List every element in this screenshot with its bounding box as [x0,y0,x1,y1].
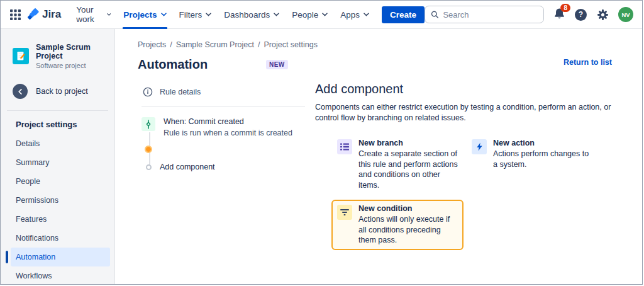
card-title: New action [493,139,592,147]
create-button[interactable]: Create [382,6,425,23]
filter-icon [337,205,352,220]
component-insert-radio[interactable] [145,146,152,153]
chevron-down-icon [206,13,211,16]
new-branch-card[interactable]: New branch Create a separate section of … [331,134,464,195]
jira-logo[interactable]: Jira [26,8,61,21]
back-arrow-icon [13,84,28,99]
trigger-description: Rule is run when a commit is created [164,129,292,137]
jira-logo-icon [26,8,40,21]
chevron-down-icon [107,13,111,16]
nav-item-filters[interactable]: Filters [173,1,218,29]
nav-item-apps[interactable]: Apps [334,1,375,29]
project-sidebar: Sample Scrum Project Software project Ba… [1,29,115,284]
rule-builder-column: Rule details When: Commit created Rule i… [138,82,315,250]
trigger-text-block: When: Commit created Rule is run when a … [164,117,292,137]
sidebar-item-people[interactable]: People [11,172,110,191]
card-text-block: New action Actions perform changes to a … [493,139,592,169]
rule-details-label: Rule details [160,88,201,96]
project-avatar-icon [13,48,29,64]
search-input[interactable] [443,10,538,20]
return-to-list-link[interactable]: Return to list [564,58,612,67]
sidebar-item-permissions[interactable]: Permissions [11,191,110,210]
new-condition-card[interactable]: New condition Actions will only execute … [331,200,464,250]
card-description: Actions will only execute if all conditi… [358,214,458,246]
notification-count-badge: 8 [560,4,570,12]
back-to-project-label: Back to project [36,87,88,96]
add-component-heading: Add component [315,82,632,96]
card-text-block: New branch Create a separate section of … [358,139,458,190]
breadcrumb-project-settings[interactable]: Project settings [264,40,317,49]
breadcrumb-project[interactable]: Sample Scrum Project [176,40,254,49]
search-box[interactable] [425,6,544,23]
project-settings-nav: Details Summary People Permissions Featu… [1,134,114,285]
add-component-description: Components can either restrict execution… [315,102,632,123]
commit-trigger-icon [142,117,155,131]
project-type: Software project [36,62,107,69]
app-switcher-icon[interactable] [7,6,24,23]
trigger-step[interactable]: When: Commit created Rule is run when a … [142,117,315,137]
add-component-panel: Add component Components can either rest… [315,82,642,250]
sidebar-item-summary[interactable]: Summary [11,153,110,172]
nav-item-label: People [292,10,318,20]
chevron-down-icon [161,13,167,16]
nav-item-label: Filters [179,10,203,20]
breadcrumb-separator: / [258,40,260,49]
branch-list-icon [337,139,352,154]
breadcrumb-projects[interactable]: Projects [138,40,166,49]
gear-icon [597,9,609,21]
sidebar-item-features[interactable]: Features [11,210,110,229]
nav-item-projects[interactable]: Projects [117,1,172,29]
add-component-step-label: Add component [160,163,215,171]
project-name: Sample Scrum Project [36,43,107,60]
card-title: New branch [358,139,458,147]
top-navigation-bar: Jira Your work Projects Filters Dashboar… [1,1,642,29]
help-icon[interactable]: ? [575,9,587,21]
chevron-down-icon [274,13,279,16]
nav-item-dashboards[interactable]: Dashboards [218,1,286,29]
breadcrumb-separator: / [170,40,172,49]
topnav-right: 8 ? NV [425,6,633,23]
trigger-title: When: Commit created [164,117,292,126]
nav-item-label: Dashboards [224,10,270,20]
sidebar-item-automation[interactable]: Automation [11,248,110,266]
sidebar-item-notifications[interactable]: Notifications [11,229,110,248]
sidebar-item-details[interactable]: Details [11,134,110,153]
chevron-down-icon [322,13,328,16]
nav-item-your-work[interactable]: Your work [70,1,117,29]
info-icon [143,87,153,97]
rule-timeline: When: Commit created Rule is run when a … [142,117,315,171]
component-cards: New branch Create a separate section of … [331,134,632,250]
search-icon [431,10,438,19]
rule-details-link[interactable]: Rule details [142,82,315,106]
nav-item-label: Your work [76,5,103,24]
settings-button[interactable] [596,8,609,21]
jira-app-window: Jira Your work Projects Filters Dashboar… [0,0,643,285]
back-to-project-link[interactable]: Back to project [1,74,114,104]
chevron-down-icon [364,13,369,16]
sidebar-item-workflows[interactable]: Workflows [11,266,110,285]
new-action-card[interactable]: New action Actions perform changes to a … [466,134,598,195]
card-description: Actions perform changes to a system. [493,149,592,169]
jira-logo-text: Jira [42,8,61,21]
project-header[interactable]: Sample Scrum Project Software project [1,38,114,74]
main-content: Projects/Sample Scrum Project/Project se… [115,29,642,284]
step-circle-icon [146,164,152,170]
breadcrumb: Projects/Sample Scrum Project/Project se… [138,40,642,49]
avatar[interactable]: NV [618,7,633,22]
nav-item-label: Apps [340,10,360,20]
nav-item-label: Projects [123,10,157,20]
notifications-button[interactable]: 8 [553,8,565,22]
add-component-step[interactable]: Add component [146,163,315,171]
card-title: New condition [358,204,458,213]
radio-dot [146,147,151,152]
primary-nav: Your work Projects Filters Dashboards Pe… [70,1,375,29]
lightning-icon [472,139,487,154]
card-text-block: New condition Actions will only execute … [358,204,458,246]
nav-item-people[interactable]: People [286,1,334,29]
new-badge: NEW [266,60,288,69]
sidebar-section-heading: Project settings [1,113,114,134]
page-title: Automation [138,57,208,72]
project-title-block: Sample Scrum Project Software project [36,43,107,69]
rule-divider [142,106,305,106]
card-description: Create a separate section of this rule a… [358,149,458,190]
